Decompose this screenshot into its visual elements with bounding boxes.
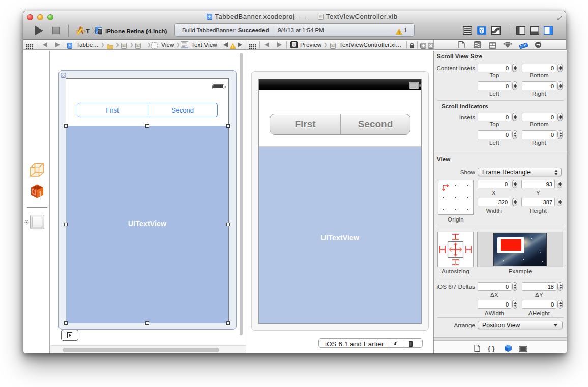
svg-text:1: 1: [39, 190, 42, 198]
